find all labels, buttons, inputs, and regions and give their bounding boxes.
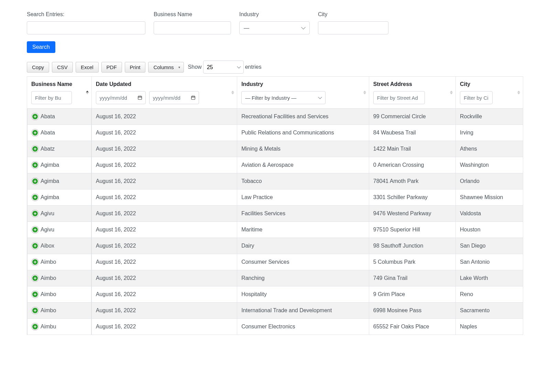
col-header-business-name[interactable]: Business Name <box>27 77 92 109</box>
cell-date-updated: August 16, 2022 <box>91 254 237 270</box>
expand-row-icon[interactable] <box>32 162 38 168</box>
cell-business-name: Aimbo <box>27 303 91 318</box>
expand-row-icon[interactable] <box>32 226 38 233</box>
entries-label: entries <box>245 63 262 71</box>
cell-date-updated: August 16, 2022 <box>91 173 237 189</box>
cell-business-name: Aimbo <box>27 286 91 302</box>
pdf-button[interactable]: PDF <box>101 62 122 73</box>
cell-industry: Public Relations and Communications <box>237 125 369 141</box>
col-header-street-address[interactable]: Street Address <box>369 77 455 109</box>
col-label: Date Updated <box>96 80 233 88</box>
copy-button[interactable]: Copy <box>27 62 49 73</box>
cell-date-updated: August 16, 2022 <box>91 303 237 319</box>
cell-city: Houston <box>456 222 523 238</box>
business-name-value: Agimba <box>41 193 59 202</box>
city-input[interactable] <box>318 21 388 34</box>
show-entries: Show 25 entries <box>188 61 262 74</box>
expand-row-icon[interactable] <box>32 210 38 217</box>
search-entries-input[interactable] <box>27 21 145 34</box>
cell-city: Rockville <box>456 109 523 125</box>
excel-button[interactable]: Excel <box>76 62 99 73</box>
cell-business-name: Abatz <box>27 141 91 157</box>
filter-street-address-input[interactable] <box>373 91 425 104</box>
table-row: AbataAugust 16, 2022Public Relations and… <box>27 125 523 141</box>
columns-button[interactable]: Columns <box>148 62 184 73</box>
table-row: AbatzAugust 16, 2022Mining & Metals1422 … <box>27 141 523 157</box>
filter-date-to-input[interactable] <box>149 91 199 104</box>
cell-city: Athens <box>456 141 523 157</box>
table-row: AgimbaAugust 16, 2022Tobacco78041 Amoth … <box>27 173 523 189</box>
expand-row-icon[interactable] <box>32 323 38 330</box>
expand-row-icon[interactable] <box>32 242 38 249</box>
col-header-industry[interactable]: Industry — Filter by Industry — <box>237 77 369 109</box>
expand-row-icon[interactable] <box>32 129 38 136</box>
cell-date-updated: August 16, 2022 <box>91 238 237 254</box>
cell-street-address: 98 Sauthoff Junction <box>369 238 455 254</box>
cell-city: San Antonio <box>456 254 523 270</box>
city-field: City <box>318 10 388 34</box>
cell-date-updated: August 16, 2022 <box>91 125 237 141</box>
cell-business-name: Agimba <box>27 157 91 173</box>
cell-date-updated: August 16, 2022 <box>91 141 237 157</box>
table-row: AgivuAugust 16, 2022Facilities Services9… <box>27 206 523 222</box>
cell-industry: Recreational Facilities and Services <box>237 109 369 125</box>
cell-industry: Law Practice <box>237 189 369 206</box>
business-name-value: Agimba <box>41 161 59 169</box>
col-header-city[interactable]: City <box>456 77 523 109</box>
filter-date-from-input[interactable] <box>96 91 146 104</box>
table-row: AiboxAugust 16, 2022Dairy98 Sauthoff Jun… <box>27 238 523 254</box>
cell-date-updated: August 16, 2022 <box>91 189 237 206</box>
industry-select[interactable]: — <box>239 21 310 34</box>
business-name-input[interactable] <box>154 21 231 34</box>
cell-city: Sacramento <box>456 303 523 319</box>
page-size-select[interactable]: 25 <box>203 61 244 74</box>
cell-city: Irving <box>456 125 523 141</box>
cell-date-updated: August 16, 2022 <box>91 206 237 222</box>
cell-business-name: Abata <box>27 125 91 141</box>
cell-industry: Aviation & Aerospace <box>237 157 369 173</box>
col-label: City <box>460 80 519 88</box>
expand-row-icon[interactable] <box>32 113 38 120</box>
cell-street-address: 84 Waubesa Trail <box>369 125 455 141</box>
search-button[interactable]: Search <box>27 41 55 53</box>
cell-street-address: 9476 Westend Parkway <box>369 206 455 222</box>
cell-industry: International Trade and Development <box>237 303 369 319</box>
cell-street-address: 97510 Superior Hill <box>369 222 455 238</box>
business-name-value: Abata <box>41 112 55 121</box>
expand-row-icon[interactable] <box>32 291 38 298</box>
cell-date-updated: August 16, 2022 <box>91 222 237 238</box>
business-name-value: Abatz <box>41 145 55 153</box>
expand-row-icon[interactable] <box>32 194 38 201</box>
table-row: AgimbaAugust 16, 2022Aviation & Aerospac… <box>27 157 523 173</box>
business-name-value: Aimbu <box>41 323 56 331</box>
business-name-value: Agivu <box>41 209 54 218</box>
cell-city: Shawnee Mission <box>456 189 523 206</box>
sort-icon <box>86 91 89 95</box>
sort-icon <box>363 91 366 95</box>
cell-street-address: 0 American Crossing <box>369 157 455 173</box>
cell-industry: Maritime <box>237 222 369 238</box>
cell-industry: Facilities Services <box>237 206 369 222</box>
filter-industry-select[interactable]: — Filter by Industry — <box>241 91 326 104</box>
business-name-label: Business Name <box>154 10 231 19</box>
expand-row-icon[interactable] <box>32 259 38 265</box>
table-row: AgivuAugust 16, 2022Maritime97510 Superi… <box>27 222 523 238</box>
business-name-value: Agimba <box>41 177 59 185</box>
filter-business-name-input[interactable] <box>31 91 72 104</box>
data-table-wrapper: Business Name Date Updated <box>27 76 523 335</box>
cell-city: Naples <box>456 319 523 335</box>
expand-row-icon[interactable] <box>32 307 38 314</box>
industry-field: Industry — <box>239 10 310 34</box>
print-button[interactable]: Print <box>125 62 146 73</box>
business-name-value: Aibox <box>41 242 54 250</box>
expand-row-icon[interactable] <box>32 178 38 185</box>
col-header-date-updated[interactable]: Date Updated <box>91 77 237 109</box>
expand-row-icon[interactable] <box>32 145 38 152</box>
expand-row-icon[interactable] <box>32 275 38 282</box>
cell-business-name: Agivu <box>27 206 91 221</box>
cell-date-updated: August 16, 2022 <box>91 319 237 335</box>
cell-city: Orlando <box>456 173 523 189</box>
cell-city: Reno <box>456 286 523 303</box>
csv-button[interactable]: CSV <box>52 62 73 73</box>
filter-city-input[interactable] <box>460 91 493 104</box>
